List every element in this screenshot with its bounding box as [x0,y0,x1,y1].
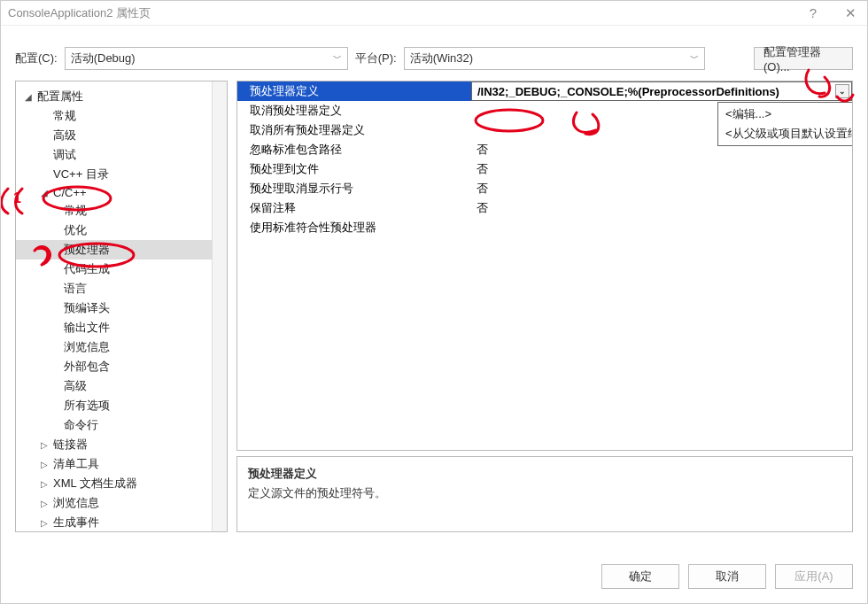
tree-item[interactable]: 高级 [16,126,227,145]
popover-option-label: <编辑...> [725,106,771,122]
tree-item[interactable]: 优化 [16,221,227,240]
tree-item[interactable]: ▷清单工具 [16,454,227,474]
help-icon[interactable]: ? [803,5,823,20]
expand-icon: ▷ [41,518,53,528]
apply-button[interactable]: 应用(A) [775,564,853,589]
tree-item[interactable]: 代码生成 [16,259,227,279]
tree-label: 浏览信息 [53,495,99,511]
dialog-body: ◢ 配置属性 常规 高级 调试 VC++ 目录 ◢C/C++ 常规 优化 预处理… [15,81,853,532]
ok-button[interactable]: 确定 [601,564,679,589]
config-manager-button[interactable]: 配置管理器(O)... [754,47,853,70]
tree-label: 预处理器 [64,242,110,258]
chevron-down-icon: ﹀ [690,52,699,65]
tree-item[interactable]: 常规 [16,106,227,126]
grid-row[interactable]: 预处理到文件 否 [237,159,852,179]
collapse-icon: ◢ [25,92,37,102]
tree-item-cxx[interactable]: ◢C/C++ [16,184,227,201]
grid-value: 否 [477,181,488,197]
chevron-down-icon[interactable]: ⌄ [835,84,849,98]
grid-row[interactable]: 使用标准符合性预处理器 [237,218,852,237]
right-side: 预处理器定义 /IN32;_DEBUG;_CONSOLE;%(Preproces… [236,81,853,532]
tree-item[interactable]: ▷XML 文档生成器 [16,474,227,493]
button-label: 取消 [716,569,739,585]
tree-item[interactable]: ▷生成事件 [16,513,227,532]
config-label: 配置(C): [15,50,58,66]
tree-item-root[interactable]: ◢ 配置属性 [16,87,227,106]
window-title: ConsoleApplication2 属性页 [8,5,151,21]
expand-icon: ▷ [41,479,53,489]
grid-value: /IN32;_DEBUG;_CONSOLE;%(PreprocessorDefi… [477,85,779,98]
tree-label: 清单工具 [53,456,99,472]
cancel-button[interactable]: 取消 [688,564,766,589]
tree-label: 输出文件 [64,320,110,336]
grid-row-preprocessor-defs[interactable]: 预处理器定义 /IN32;_DEBUG;_CONSOLE;%(Preproces… [237,81,852,101]
tree-label: 高级 [53,128,76,143]
tree-inner: ◢ 配置属性 常规 高级 调试 VC++ 目录 ◢C/C++ 常规 优化 预处理… [16,81,227,532]
config-value: 活动(Debug) [71,50,136,66]
popover-option-label: <从父级或项目默认设置继承> [725,126,853,142]
grid-label: 取消所有预处理器定义 [250,122,365,138]
tree-item[interactable]: 外部包含 [16,357,227,376]
description-title: 预处理器定义 [248,466,841,482]
grid-label: 预处理取消显示行号 [250,181,353,197]
tree-label: 常规 [64,203,87,219]
tree-label: XML 文档生成器 [53,476,137,492]
popover-edit-option[interactable]: <编辑...> [718,105,853,124]
description-text: 定义源文件的预处理符号。 [248,485,841,501]
tree-label: 代码生成 [64,261,110,277]
grid-value: 否 [477,161,488,177]
config-manager-label: 配置管理器(O)... [763,44,843,74]
tree-label: 生成事件 [53,515,99,530]
config-dropdown[interactable]: 活动(Debug) ﹀ [65,47,348,70]
tree-item[interactable]: VC++ 目录 [16,165,227,184]
dialog-window: ConsoleApplication2 属性页 ? ✕ 配置(C): 活动(De… [0,0,868,604]
grid-row[interactable]: 保留注释 否 [237,198,852,218]
tree-label: 浏览信息 [64,339,110,355]
tree-item[interactable]: ▷链接器 [16,435,227,454]
tree-item[interactable]: 浏览信息 [16,337,227,357]
tree-item[interactable]: 预编译头 [16,298,227,318]
tree-label: 配置属性 [37,89,83,105]
tree-label: 命令行 [64,417,98,433]
tree-label: 链接器 [53,437,88,453]
tree-item[interactable]: 常规 [16,201,227,221]
tree-label: 调试 [53,147,76,163]
footer-buttons: 确定 取消 应用(A) [601,564,853,589]
platform-value: 活动(Win32) [410,50,474,66]
tree-label: 预编译头 [64,300,110,316]
grid-value: 否 [477,142,488,158]
grid-label: 预处理器定义 [250,83,319,99]
tree-item[interactable]: 调试 [16,145,227,165]
tree-label: VC++ 目录 [53,166,109,182]
tree-item[interactable]: 语言 [16,279,227,298]
close-icon[interactable]: ✕ [841,5,860,21]
description-panel: 预处理器定义 定义源文件的预处理符号。 [236,456,853,532]
expand-icon: ▷ [41,460,53,469]
platform-label: 平台(P): [355,50,397,66]
tree-item-preprocessor[interactable]: 预处理器 [16,240,227,259]
tree-label: 所有选项 [64,398,110,414]
property-grid[interactable]: 预处理器定义 /IN32;_DEBUG;_CONSOLE;%(Preproces… [236,81,853,451]
value-dropdown-popover[interactable]: <编辑...> <从父级或项目默认设置继承> [717,102,853,146]
grid-label: 取消预处理器定义 [250,103,342,119]
expand-icon: ▷ [41,440,53,450]
chevron-down-icon: ﹀ [333,52,342,65]
expand-icon: ▷ [41,499,53,508]
tree-label: 高级 [64,378,87,394]
tree-item[interactable]: ▷浏览信息 [16,493,227,513]
tree-item[interactable]: 输出文件 [16,318,227,337]
grid-label: 使用标准符合性预处理器 [250,220,376,236]
grid-label: 忽略标准包含路径 [250,142,342,158]
grid-label: 保留注释 [250,200,296,216]
tree-panel[interactable]: ◢ 配置属性 常规 高级 调试 VC++ 目录 ◢C/C++ 常规 优化 预处理… [15,81,228,532]
grid-row[interactable]: 预处理取消显示行号 否 [237,179,852,198]
collapse-icon: ◢ [41,188,53,197]
tree-item[interactable]: 所有选项 [16,396,227,415]
tree-item[interactable]: 高级 [16,376,227,396]
popover-inherit-option[interactable]: <从父级或项目默认设置继承> [718,124,853,143]
tree-item[interactable]: 命令行 [16,415,227,435]
platform-dropdown[interactable]: 活动(Win32) ﹀ [404,47,705,70]
tree-label: C/C++ [53,186,87,199]
grid-value: 否 [477,200,488,216]
tree-label: 常规 [53,108,76,124]
